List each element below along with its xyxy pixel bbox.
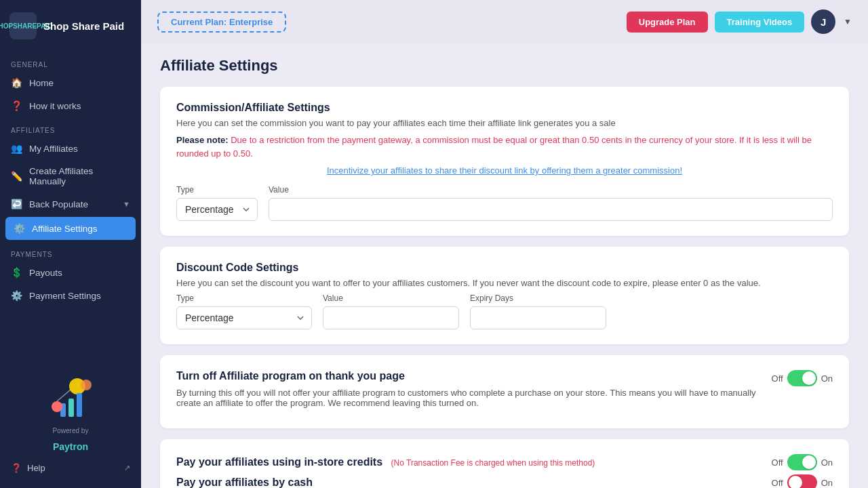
people-icon: 👥 <box>11 143 22 154</box>
commission-type-group: Type Percentage <box>176 185 258 221</box>
discount-value-input[interactable]: 1 <box>323 306 459 329</box>
sidebar: SHOP SHARE PAID Shop Share Paid GENERAL … <box>0 0 141 488</box>
thank-you-on-label: On <box>821 373 833 384</box>
commission-value-label: Value <box>269 185 833 195</box>
avatar-chevron-icon[interactable]: ▼ <box>844 17 852 26</box>
main-panel: Current Plan: Enterprise Upgrade Plan Tr… <box>141 0 868 488</box>
discount-type-label: Type <box>176 293 312 303</box>
sidebar-item-back-populate-label: Back Populate <box>29 199 88 209</box>
chevron-down-icon: ▼ <box>123 200 130 208</box>
topbar-right: Upgrade Plan Training Videos J ▼ <box>627 9 852 34</box>
thank-you-toggle[interactable] <box>787 370 817 386</box>
sidebar-item-back-populate[interactable]: ↩️ Back Populate ▼ <box>0 192 141 216</box>
page-title: Affiliate Settings <box>160 57 849 75</box>
settings-icon: ⚙️ <box>14 223 25 234</box>
pay-credits-toggle[interactable] <box>787 454 817 470</box>
sidebar-help[interactable]: ❓ Help ↗ <box>11 459 130 477</box>
sidebar-item-create-affiliates[interactable]: ✏️ Create Affiliates Manually <box>0 160 141 192</box>
help-label: Help <box>27 463 45 473</box>
sidebar-item-payouts[interactable]: 💲 Payouts <box>0 261 141 284</box>
commission-card-link[interactable]: Incentivize your affiliates to share the… <box>176 165 833 176</box>
sidebar-item-affiliate-settings-label: Affiliate Settings <box>32 224 98 234</box>
pay-cash-on-label: On <box>821 478 833 488</box>
sidebar-item-payment-settings-label: Payment Settings <box>29 291 101 301</box>
sidebar-item-create-affiliates-label: Create Affiliates Manually <box>29 166 130 186</box>
discount-form-row: Type Percentage Value 1 Expiry Days 0 <box>176 293 833 329</box>
pay-cash-title: Pay your affiliates by cash <box>176 476 313 488</box>
pay-cash-off-label: Off <box>772 478 783 488</box>
thank-you-off-label: Off <box>772 373 783 384</box>
svg-rect-3 <box>68 399 74 417</box>
powered-by-text: Powered by <box>53 427 89 434</box>
commission-card: Commission/Affiliate Settings Here you c… <box>160 87 849 236</box>
discount-expiry-label: Expiry Days <box>470 293 606 303</box>
payments-section-label: PAYMENTS <box>0 241 141 261</box>
discount-type-group: Type Percentage <box>176 293 312 329</box>
avatar[interactable]: J <box>811 9 835 34</box>
payment-settings-icon: ⚙️ <box>11 290 22 301</box>
discount-expiry-input[interactable]: 0 <box>470 306 606 329</box>
thank-you-desc: By turning this off you will not offer y… <box>176 388 758 408</box>
sidebar-item-home[interactable]: 🏠 Home <box>0 71 141 94</box>
question-icon: ❓ <box>11 100 22 111</box>
pay-cash-toggle-control: Off On <box>772 474 833 488</box>
discount-value-label: Value <box>323 293 459 303</box>
back-populate-icon: ↩️ <box>11 199 22 209</box>
general-section-label: GENERAL <box>0 52 141 71</box>
commission-value-input[interactable]: 1 <box>269 198 833 221</box>
pay-credits-row: Pay your affiliates using in-store credi… <box>176 454 833 470</box>
home-icon: 🏠 <box>11 77 22 88</box>
commission-value-group: Value 1 <box>269 185 833 221</box>
sidebar-item-how-it-works-label: How it works <box>29 101 81 111</box>
thank-you-toggle-row: Turn off Affiliate program on thank you … <box>176 370 833 413</box>
app-logo-icon: SHOP SHARE PAID <box>9 12 37 39</box>
sidebar-logo[interactable]: SHOP SHARE PAID Shop Share Paid <box>0 0 141 52</box>
thank-you-title: Turn off Affiliate program on thank you … <box>176 370 758 382</box>
discount-card-desc: Here you can set the discount you want t… <box>176 278 833 288</box>
edit-icon: ✏️ <box>11 171 22 182</box>
commission-card-desc: Here you can set the commission you want… <box>176 118 833 128</box>
affiliates-section-label: AFFILIATES <box>0 117 141 137</box>
pay-cash-toggle[interactable] <box>787 474 817 488</box>
svg-line-6 <box>57 390 71 401</box>
discount-card-title: Discount Code Settings <box>176 262 833 274</box>
sidebar-illustration <box>40 373 101 420</box>
note-text: Due to a restriction from the payment ga… <box>176 135 812 159</box>
paytron-label: Paytron <box>53 441 88 452</box>
sidebar-item-affiliate-settings[interactable]: ⚙️ Affiliate Settings <box>5 217 136 240</box>
discount-expiry-group: Expiry Days 0 <box>470 293 606 329</box>
content-area: Affiliate Settings Commission/Affiliate … <box>141 43 868 488</box>
sidebar-item-how-it-works[interactable]: ❓ How it works <box>0 94 141 117</box>
upgrade-plan-button[interactable]: Upgrade Plan <box>627 12 708 33</box>
sidebar-item-my-affiliates[interactable]: 👥 My Affiliates <box>0 137 141 160</box>
commission-card-note: Please note: Due to a restriction from t… <box>176 134 833 160</box>
training-videos-button[interactable]: Training Videos <box>715 12 805 33</box>
pay-credits-on-label: On <box>821 458 833 468</box>
help-icon: ❓ <box>11 463 22 473</box>
current-plan-badge: Current Plan: Enterprise <box>157 12 286 33</box>
commission-card-title: Commission/Affiliate Settings <box>176 102 833 114</box>
plan-label: Current Plan: <box>171 17 226 27</box>
thank-you-toggle-control: Off On <box>772 370 833 386</box>
dollar-icon: 💲 <box>11 267 22 278</box>
pay-credits-title-area: Pay your affiliates using in-store credi… <box>176 456 595 468</box>
commission-type-select[interactable]: Percentage <box>176 198 258 221</box>
note-strong: Please note: <box>176 135 229 145</box>
external-link-icon: ↗ <box>124 464 130 472</box>
pay-credits-title: Pay your affiliates using in-store credi… <box>176 456 382 468</box>
sidebar-bottom: Powered by Paytron ❓ Help ↗ <box>0 362 141 488</box>
topbar: Current Plan: Enterprise Upgrade Plan Tr… <box>141 0 868 43</box>
discount-value-group: Value 1 <box>323 293 459 329</box>
pay-credits-toggle-control: Off On <box>772 454 833 470</box>
pay-affiliates-card: Pay your affiliates using in-store credi… <box>160 439 849 488</box>
pay-credits-badge: (No Transaction Fee is charged when usin… <box>391 458 595 468</box>
discount-type-select[interactable]: Percentage <box>176 306 312 329</box>
thank-you-card: Turn off Affiliate program on thank you … <box>160 355 849 428</box>
thank-you-info: Turn off Affiliate program on thank you … <box>176 370 772 413</box>
commission-type-label: Type <box>176 185 258 195</box>
app-name: Shop Share Paid <box>43 20 124 32</box>
discount-card: Discount Code Settings Here you can set … <box>160 247 849 344</box>
sidebar-item-payment-settings[interactable]: ⚙️ Payment Settings <box>0 284 141 307</box>
commission-form-row: Type Percentage Value 1 <box>176 185 833 221</box>
pay-credits-off-label: Off <box>772 458 783 468</box>
